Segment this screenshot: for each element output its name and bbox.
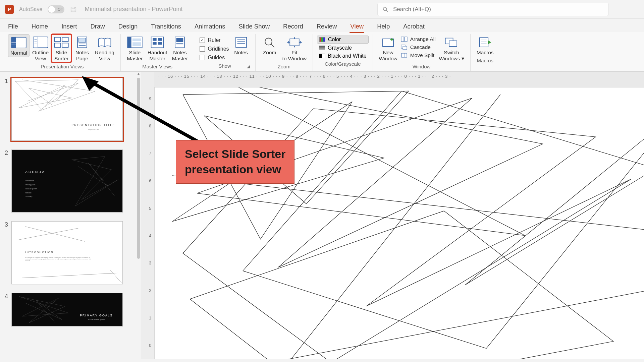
color-label: Color: [328, 37, 341, 43]
slide-thumbnail-2[interactable]: 2 AGENDAIntroductionPrimary goalsAreas o…: [3, 149, 135, 213]
ruler-checkbox[interactable]: Ruler: [198, 36, 230, 44]
slide-number: 3: [3, 221, 8, 284]
zoom-icon: [262, 36, 277, 49]
autosave-toggle[interactable]: Off: [48, 5, 64, 13]
cascade-button[interactable]: Cascade: [400, 44, 436, 51]
svg-rect-33: [235, 37, 246, 47]
slide-number: 2: [3, 149, 8, 213]
group-macros: Macros Macros: [471, 34, 500, 71]
notes-btn-label: Notes: [234, 50, 248, 56]
group-color-grayscale: Color Grayscale Black and White Color/Gr…: [313, 34, 373, 71]
notes-button[interactable]: Notes: [231, 34, 251, 56]
slide-master-button[interactable]: SlideMaster: [125, 34, 145, 62]
notes-page-button[interactable]: NotesPage: [72, 34, 92, 62]
handout-master-button[interactable]: HandoutMaster: [146, 34, 169, 62]
tab-insert[interactable]: Insert: [60, 21, 78, 32]
normal-view-icon: [11, 36, 26, 49]
group-zoom: Zoom Fitto Window Zoom: [256, 34, 313, 71]
tab-home[interactable]: Home: [30, 21, 49, 32]
svg-text:Annual revenue growth: Annual revenue growth: [88, 319, 105, 320]
search-icon: [382, 6, 388, 12]
grayscale-label: Grayscale: [328, 45, 352, 51]
tab-transitions[interactable]: Transitions: [150, 21, 182, 32]
search-box[interactable]: [377, 3, 609, 16]
tab-file[interactable]: File: [7, 21, 19, 32]
svg-line-63: [19, 228, 78, 240]
save-icon[interactable]: [70, 6, 77, 13]
svg-rect-48: [449, 41, 457, 46]
thumbnail[interactable]: AGENDAIntroductionPrimary goalsAreas of …: [11, 149, 123, 213]
svg-rect-27: [153, 42, 157, 45]
show-dialog-launcher[interactable]: ◢: [247, 64, 251, 69]
arrange-all-button[interactable]: Arrange All: [400, 36, 436, 43]
tab-animations[interactable]: Animations: [193, 21, 227, 32]
normal-view-button[interactable]: Normal: [8, 34, 30, 57]
search-container: [377, 3, 609, 16]
tab-acrobat[interactable]: Acrobat: [402, 21, 426, 32]
slide-thumbnail-3[interactable]: 3 INTRODUCTIONAt Contoso, we empower org…: [3, 221, 135, 284]
thumbnail[interactable]: INTRODUCTIONAt Contoso, we empower organ…: [11, 221, 123, 284]
group-show: Ruler Gridlines Guides Notes Show ◢: [194, 34, 255, 71]
tab-slideshow[interactable]: Slide Show: [237, 21, 271, 32]
notes-master-button[interactable]: NotesMaster: [170, 34, 190, 62]
macros-label: Macros: [477, 50, 494, 56]
slide-sorter-label: SlideSorter: [54, 50, 68, 62]
slide-sorter-icon: [54, 36, 69, 49]
app-icon: P: [5, 5, 14, 14]
macros-group-label: Macros: [477, 58, 493, 65]
notes-master-icon: [172, 36, 187, 49]
tab-view[interactable]: View: [349, 21, 365, 32]
svg-rect-41: [401, 37, 404, 42]
notes-page-icon: [74, 36, 90, 49]
new-window-label: NewWindow: [379, 50, 397, 62]
svg-text:Areas of growth: Areas of growth: [25, 188, 37, 189]
outline-view-button[interactable]: OutlineView: [30, 34, 51, 62]
tab-draw[interactable]: Draw: [89, 21, 106, 32]
scroll-up-arrow[interactable]: ▲: [136, 72, 141, 75]
outline-view-label: OutlineView: [32, 50, 49, 62]
search-input[interactable]: [393, 6, 604, 13]
svg-rect-16: [79, 38, 86, 42]
tab-review[interactable]: Review: [315, 21, 338, 32]
thumbnail[interactable]: PRIMARY GOALSAnnual revenue growth: [11, 293, 123, 326]
tab-design[interactable]: Design: [117, 21, 139, 32]
ruler-tick: 6: [149, 179, 151, 183]
grayscale-mode-button[interactable]: Grayscale: [317, 44, 369, 52]
svg-rect-67: [12, 293, 121, 326]
switch-windows-button[interactable]: SwitchWindows ▾: [437, 34, 466, 62]
handout-master-label: HandoutMaster: [148, 50, 167, 62]
svg-line-65: [110, 269, 122, 283]
macros-button[interactable]: Macros: [475, 34, 496, 56]
tab-help[interactable]: Help: [376, 21, 391, 32]
slide-master-icon: [127, 36, 143, 49]
color-mode-button[interactable]: Color: [317, 36, 369, 44]
color-swatch-icon: [319, 37, 325, 42]
outline-view-icon: [33, 36, 48, 49]
slide-thumbnail-4[interactable]: 4 PRIMARY GOALSAnnual revenue growth: [3, 293, 135, 326]
bw-mode-button[interactable]: Black and White: [317, 52, 369, 60]
svg-rect-25: [153, 38, 157, 41]
color-grayscale-group-label: Color/Grayscale: [325, 61, 361, 68]
grayscale-swatch-icon: [319, 46, 325, 50]
fit-to-window-button[interactable]: Fitto Window: [280, 34, 309, 62]
handout-master-icon: [150, 36, 165, 49]
guides-checkbox[interactable]: Guides: [198, 54, 230, 62]
new-window-button[interactable]: NewWindow: [377, 34, 399, 62]
svg-text:Summary: Summary: [25, 196, 33, 197]
ruler-tick: 2: [149, 288, 151, 293]
move-split-button[interactable]: Move Split: [400, 52, 436, 59]
slide-canvas[interactable]: [154, 87, 644, 359]
gridlines-checkbox[interactable]: Gridlines: [198, 45, 230, 53]
zoom-button[interactable]: Zoom: [260, 34, 280, 56]
slide-sorter-button[interactable]: SlideSorter: [51, 34, 71, 62]
tab-record[interactable]: Record: [282, 21, 305, 32]
ruler-tick: 3: [149, 261, 151, 265]
svg-rect-23: [132, 42, 141, 46]
autosave-state: Off: [58, 7, 62, 11]
reading-view-button[interactable]: ReadingView: [93, 34, 116, 62]
slide-editor[interactable]: · · · 16 · · · 15 · · · 14 · · · 13 · · …: [154, 72, 644, 359]
reading-view-label: ReadingView: [95, 50, 114, 62]
group-master-views: SlideMaster HandoutMaster NotesMaster Ma…: [121, 34, 195, 71]
checkbox-icon: [200, 46, 205, 52]
svg-text:Timeline: Timeline: [25, 192, 32, 193]
